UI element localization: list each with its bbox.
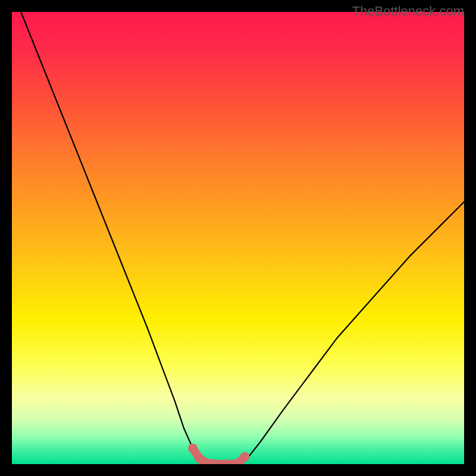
plot-area xyxy=(12,12,464,464)
sweet-spot-dot xyxy=(188,443,198,453)
watermark-text: TheBottleneck.com xyxy=(352,4,464,19)
bottleneck-curve xyxy=(21,12,464,464)
curve-overlay xyxy=(12,12,464,464)
sweet-spot-dot xyxy=(240,452,249,462)
